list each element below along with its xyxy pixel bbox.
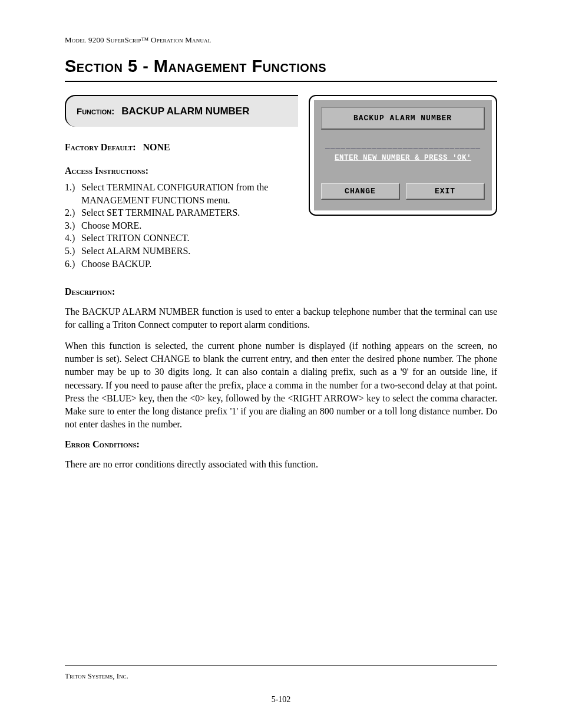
section-title: Section 5 - Management Functions xyxy=(65,57,497,76)
step-number: 1.) xyxy=(65,181,81,206)
step-text: Choose MORE. xyxy=(81,219,298,232)
step-2: 2.) Select SET TERMINAL PARAMETERS. xyxy=(65,206,298,219)
step-text: Select TERMINAL CONFIGURATION from the M… xyxy=(81,181,298,206)
step-number: 5.) xyxy=(65,245,81,258)
step-number: 2.) xyxy=(65,206,81,219)
footer: Triton Systems, Inc. 5-102 xyxy=(65,660,497,704)
step-1: 1.) Select TERMINAL CONFIGURATION from t… xyxy=(65,181,298,206)
step-4: 4.) Select TRITON CONNECT. xyxy=(65,232,298,245)
step-number: 3.) xyxy=(65,219,81,232)
step-number: 4.) xyxy=(65,232,81,245)
access-steps: 1.) Select TERMINAL CONFIGURATION from t… xyxy=(65,181,298,270)
error-text: There are no error conditions directly a… xyxy=(65,458,497,471)
terminal-screen: BACKUP ALARM NUMBER ____________________… xyxy=(314,100,492,210)
error-heading: Error Conditions: xyxy=(65,439,497,450)
access-heading: Access Instructions: xyxy=(65,166,298,176)
step-text: Select TRITON CONNECT. xyxy=(81,232,298,245)
step-number: 6.) xyxy=(65,258,81,271)
running-header: Model 9200 SuperScrip™ Operation Manual xyxy=(65,35,497,45)
description-para-2: When this function is selected, the curr… xyxy=(65,340,497,431)
change-button[interactable]: CHANGE xyxy=(321,183,400,200)
step-6: 6.) Choose BACKUP. xyxy=(65,258,298,271)
description-para-1: The BACKUP ALARM NUMBER function is used… xyxy=(65,305,497,331)
terminal-screenshot: BACKUP ALARM NUMBER ____________________… xyxy=(309,95,497,216)
step-text: Select ALARM NUMBERS. xyxy=(81,245,298,258)
step-3: 3.) Choose MORE. xyxy=(65,219,298,232)
function-box: Function: BACKUP ALARM NUMBER xyxy=(65,95,298,127)
step-text: Select SET TERMINAL PARAMETERS. xyxy=(81,206,298,219)
step-5: 5.) Select ALARM NUMBERS. xyxy=(65,245,298,258)
title-rule xyxy=(65,81,497,82)
page: Model 9200 SuperScrip™ Operation Manual … xyxy=(0,0,562,728)
exit-button[interactable]: EXIT xyxy=(406,183,485,200)
factory-default-value: NONE xyxy=(143,142,170,152)
screen-prompt: ENTER NEW NUMBER & PRESS 'OK' xyxy=(321,154,485,162)
screen-entry-line: ______________________________ xyxy=(321,141,485,150)
factory-default-label: Factory Default: xyxy=(65,142,136,152)
left-column: Function: BACKUP ALARM NUMBER Factory De… xyxy=(65,95,298,270)
two-column-area: Function: BACKUP ALARM NUMBER Factory De… xyxy=(65,95,497,270)
factory-default-line: Factory Default: NONE xyxy=(65,142,298,153)
screen-title-panel: BACKUP ALARM NUMBER xyxy=(321,107,485,130)
function-name: BACKUP ALARM NUMBER xyxy=(121,106,249,117)
footer-page-number: 5-102 xyxy=(65,695,497,704)
description-heading: Description: xyxy=(65,286,497,297)
step-text: Choose BACKUP. xyxy=(81,258,298,271)
footer-rule xyxy=(65,665,497,666)
screen-button-row: CHANGE EXIT xyxy=(321,183,485,200)
function-label: Function: xyxy=(77,106,114,116)
footer-company: Triton Systems, Inc. xyxy=(65,671,497,681)
